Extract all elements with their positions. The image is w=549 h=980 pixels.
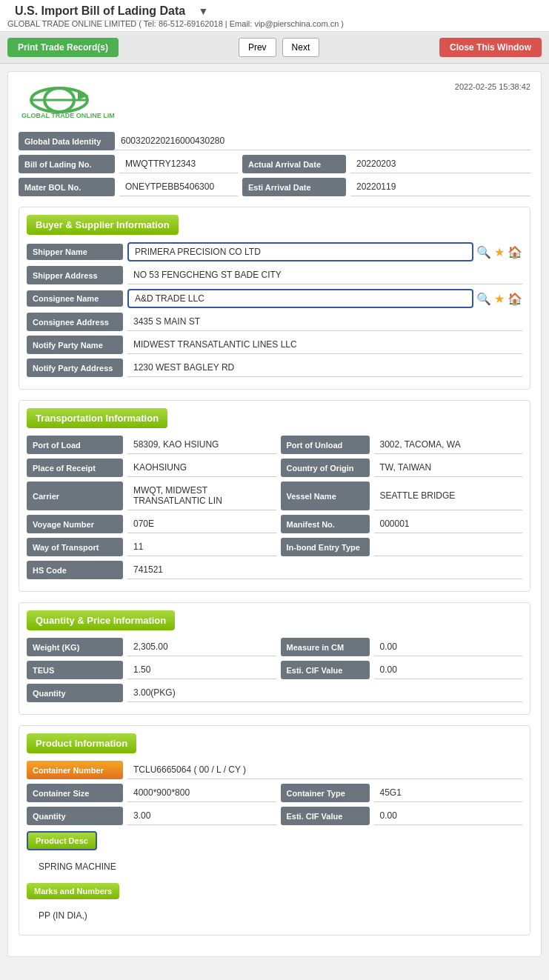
place-of-receipt-label: Place of Receipt	[27, 459, 123, 477]
consignee-home-icon[interactable]: 🏠	[508, 292, 522, 306]
transport-row: Way of Transport 11 In-bond Entry Type	[27, 538, 522, 556]
product-desc-value: SPRING MACHINE	[33, 858, 516, 876]
container-size-label: Container Size	[27, 784, 123, 802]
notify-party-name-row: Notify Party Name MIDWEST TRANSATLANTIC …	[27, 336, 522, 354]
qty-row: Quantity 3.00(PKG)	[27, 684, 522, 702]
buyer-supplier-header: Buyer & Supplier Information	[27, 215, 179, 235]
actual-arrival-date-label: Actual Arrival Date	[242, 155, 346, 173]
measure-value: 0.00	[374, 638, 523, 656]
esti-cif-label: Esti. CIF Value	[281, 661, 370, 679]
search-icon[interactable]: 🔍	[476, 245, 491, 259]
product-quantity-label: Quantity	[27, 807, 123, 825]
teus-value: 1.50	[127, 661, 276, 679]
vessel-name-value: SEATTLE BRIDGE	[374, 481, 523, 510]
shipper-name-label: Shipper Name	[27, 244, 123, 260]
consignee-name-value: A&D TRADE LLC	[127, 289, 473, 308]
notify-party-address-value: 1230 WEST BAGLEY RD	[127, 359, 522, 377]
bill-of-lading-label: Bill of Lading No.	[19, 155, 115, 173]
home-icon[interactable]: 🏠	[508, 245, 522, 259]
port-row: Port of Load 58309, KAO HSIUNG Port of U…	[27, 436, 522, 454]
product-section: Product Information Container Number TCL…	[19, 725, 530, 936]
manifest-no-label: Manifest No.	[281, 515, 370, 533]
timestamp: 2022-02-25 15:38:42	[455, 82, 530, 91]
country-of-origin-label: Country of Origin	[281, 459, 370, 477]
measure-label: Measure in CM	[281, 638, 370, 656]
consignee-address-label: Consignee Address	[27, 313, 123, 331]
product-desc-value-row: SPRING MACHINE	[27, 855, 522, 879]
product-header: Product Information	[27, 733, 136, 753]
marks-numbers-value: PP (IN DIA,)	[33, 907, 516, 924]
page-title: U.S. Import Bill of Lading Data	[7, 0, 193, 21]
transportation-header: Transportation Information	[27, 408, 167, 428]
hs-code-label: HS Code	[27, 561, 123, 579]
container-type-value: 45G1	[374, 784, 523, 802]
product-esti-cif-label: Esti. CIF Value	[281, 807, 370, 825]
prev-button[interactable]: Prev	[239, 38, 276, 57]
place-receipt-row: Place of Receipt KAOHSIUNG Country of Or…	[27, 459, 522, 477]
hs-code-value: 741521	[127, 561, 522, 579]
master-bol-value: ONEYTPEBB5406300	[119, 178, 238, 196]
global-data-identity-value: 600320220216000430280	[115, 132, 530, 150]
consignee-search-icon[interactable]: 🔍	[476, 292, 491, 306]
consignee-address-value: 3435 S MAIN ST	[127, 313, 522, 331]
marks-numbers-value-row: PP (IN DIA,)	[27, 904, 522, 927]
vessel-name-label: Vessel Name	[281, 481, 370, 510]
buyer-supplier-section: Buyer & Supplier Information Shipper Nam…	[19, 207, 530, 390]
shipper-address-value: NO 53 FENGCHENG ST BADE CITY	[127, 266, 522, 284]
carrier-label: Carrier	[27, 481, 123, 510]
esti-arrival-date-value: 20220119	[350, 178, 530, 196]
global-data-identity-label: Global Data Identity	[19, 132, 115, 150]
container-size-value: 4000*900*800	[127, 784, 276, 802]
master-bol-label: Mater BOL No.	[19, 178, 115, 196]
esti-arrival-date-label: Esti Arrival Date	[242, 178, 346, 196]
voyage-number-label: Voyage Number	[27, 515, 123, 533]
port-of-load-label: Port of Load	[27, 436, 123, 454]
port-of-load-value: 58309, KAO HSIUNG	[127, 436, 276, 454]
dropdown-arrow-icon[interactable]: ▼	[199, 5, 209, 17]
logo-area: GLOBAL TRADE ONLINE LIMITED 2022-02-25 1…	[19, 82, 530, 123]
product-qty-row: Quantity 3.00 Esti. CIF Value 0.00	[27, 807, 522, 825]
shipper-name-with-icons: PRIMERA PRECISION CO LTD 🔍 ★ 🏠	[127, 242, 522, 261]
consignee-name-label: Consignee Name	[27, 290, 123, 307]
quantity-price-header: Quantity & Price Information	[27, 610, 175, 630]
container-number-value: TCLU6665064 ( 00 / L / CY )	[127, 761, 522, 779]
weight-value: 2,305.00	[127, 638, 276, 656]
product-desc-button[interactable]: Product Desc	[27, 831, 97, 850]
top-bar: U.S. Import Bill of Lading Data ▼ GLOBAL…	[0, 0, 549, 32]
close-button[interactable]: Close This Window	[439, 38, 542, 57]
shipper-address-row: Shipper Address NO 53 FENGCHENG ST BADE …	[27, 266, 522, 284]
weight-label: Weight (KG)	[27, 638, 123, 656]
shipper-name-row: Shipper Name PRIMERA PRECISION CO LTD 🔍 …	[27, 242, 522, 261]
notify-party-address-row: Notify Party Address 1230 WEST BAGLEY RD	[27, 359, 522, 377]
quantity-value: 3.00(PKG)	[127, 684, 522, 702]
master-bol-row: Mater BOL No. ONEYTPEBB5406300 Esti Arri…	[19, 178, 530, 196]
container-number-label: Container Number	[27, 761, 123, 779]
teus-label: TEUS	[27, 661, 123, 679]
carrier-row: Carrier MWQT, MIDWEST TRANSATLANTIC LIN …	[27, 481, 522, 510]
transportation-section: Transportation Information Port of Load …	[19, 400, 530, 592]
way-of-transport-value: 11	[127, 538, 276, 556]
marks-numbers-button[interactable]: Marks and Numbers	[27, 883, 119, 899]
country-of-origin-value: TW, TAIWAN	[374, 459, 523, 477]
shipper-name-value: PRIMERA PRECISION CO LTD	[127, 242, 473, 261]
container-type-label: Container Type	[281, 784, 370, 802]
print-button[interactable]: Print Trade Record(s)	[7, 38, 119, 57]
voyage-row: Voyage Number 070E Manifest No. 000001	[27, 515, 522, 533]
consignee-star-icon[interactable]: ★	[494, 292, 505, 306]
weight-row: Weight (KG) 2,305.00 Measure in CM 0.00	[27, 638, 522, 656]
place-of-receipt-value: KAOHSIUNG	[127, 459, 276, 477]
gto-logo: GLOBAL TRADE ONLINE LIMITED	[19, 82, 115, 123]
voyage-number-value: 070E	[127, 515, 276, 533]
marks-numbers-row: Marks and Numbers	[27, 883, 522, 899]
star-icon[interactable]: ★	[494, 245, 505, 259]
teus-row: TEUS 1.50 Esti. CIF Value 0.00	[27, 661, 522, 679]
shipper-address-label: Shipper Address	[27, 266, 123, 284]
next-button[interactable]: Next	[282, 38, 320, 57]
port-of-unload-value: 3002, TACOMA, WA	[374, 436, 523, 454]
in-bond-entry-type-value	[374, 538, 523, 556]
container-number-row: Container Number TCLU6665064 ( 00 / L / …	[27, 761, 522, 779]
bol-row: Bill of Lading No. MWQTTRY12343 Actual A…	[19, 155, 530, 173]
notify-party-address-label: Notify Party Address	[27, 359, 123, 377]
actual-arrival-date-value: 20220203	[350, 155, 530, 173]
global-data-row: Global Data Identity 6003202202160004302…	[19, 132, 530, 150]
